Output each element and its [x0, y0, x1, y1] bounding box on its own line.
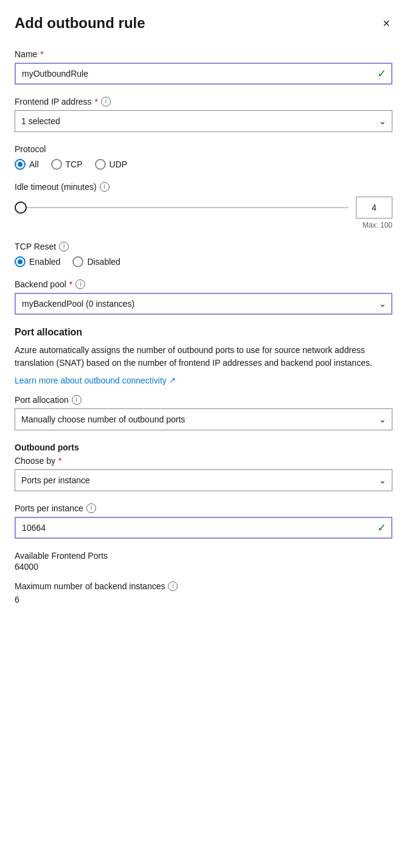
add-outbound-rule-panel: Add outbound rule × Name * ✓ Frontend IP… — [0, 0, 407, 868]
max-backend-instances-info-icon[interactable]: i — [168, 581, 178, 591]
ports-per-instance-input[interactable] — [15, 517, 392, 539]
name-required-star: * — [40, 49, 43, 59]
protocol-udp-radio[interactable] — [95, 159, 106, 170]
frontend-ip-section: Frontend IP address * i 1 selected ⌄ — [15, 97, 392, 132]
idle-timeout-slider-track[interactable] — [27, 207, 349, 208]
idle-timeout-slider-section: 4 Max: 100 — [15, 197, 392, 229]
protocol-tcp-radio[interactable] — [51, 159, 62, 170]
protocol-tcp-label: TCP — [66, 159, 83, 169]
frontend-ip-label: Frontend IP address * i — [15, 97, 392, 107]
external-link-icon: ↗ — [169, 376, 176, 385]
backend-pool-dropdown-wrapper: myBackendPool (0 instances) ⌄ — [15, 293, 392, 315]
backend-pool-required-star: * — [69, 279, 72, 289]
protocol-section: Protocol All TCP UDP — [15, 144, 392, 170]
port-allocation-dropdown[interactable]: Manually choose number of outbound ports — [15, 408, 392, 430]
name-input-wrapper: ✓ — [15, 63, 392, 85]
name-check-icon: ✓ — [377, 67, 386, 80]
tcp-reset-enabled-label: Enabled — [29, 257, 60, 267]
ports-per-instance-info-icon[interactable]: i — [86, 503, 96, 513]
ports-per-instance-check-icon: ✓ — [377, 521, 386, 534]
tcp-reset-info-icon[interactable]: i — [59, 242, 69, 251]
port-allocation-dropdown-section: Port allocation i Manually choose number… — [15, 395, 392, 430]
panel-title: Add outbound rule — [15, 15, 145, 32]
max-backend-instances-value: 6 — [15, 595, 392, 604]
outbound-ports-title: Outbound ports — [15, 443, 392, 452]
choose-by-dropdown[interactable]: Ports per instance — [15, 469, 392, 491]
name-input[interactable] — [15, 63, 392, 85]
choose-by-section: Choose by * Ports per instance ⌄ — [15, 456, 392, 491]
close-button[interactable]: × — [380, 15, 392, 32]
name-label: Name * — [15, 49, 392, 59]
frontend-ip-info-icon[interactable]: i — [101, 97, 111, 107]
available-frontend-ports-value: 64000 — [15, 562, 392, 572]
protocol-udp-label: UDP — [110, 159, 128, 169]
choose-by-dropdown-wrapper: Ports per instance ⌄ — [15, 469, 392, 491]
ports-per-instance-input-wrapper: ✓ — [15, 517, 392, 539]
protocol-all-option[interactable]: All — [15, 159, 39, 170]
protocol-radio-group: All TCP UDP — [15, 159, 392, 170]
tcp-reset-enabled-option[interactable]: Enabled — [15, 256, 60, 267]
idle-timeout-slider-row: 4 — [15, 197, 392, 219]
port-allocation-dropdown-wrapper: Manually choose number of outbound ports… — [15, 408, 392, 430]
port-allocation-label: Port allocation i — [15, 395, 392, 405]
ports-per-instance-section: Ports per instance i ✓ — [15, 503, 392, 539]
protocol-all-radio[interactable] — [15, 159, 26, 170]
tcp-reset-disabled-radio[interactable] — [72, 256, 83, 267]
frontend-ip-required-star: * — [95, 97, 98, 107]
frontend-ip-dropdown[interactable]: 1 selected — [15, 110, 392, 132]
max-backend-instances-row: Maximum number of backend instances i 6 — [15, 581, 392, 604]
idle-timeout-section: Idle timeout (minutes) i 4 Max: 100 — [15, 182, 392, 229]
port-allocation-title: Port allocation — [15, 327, 392, 338]
tcp-reset-disabled-label: Disabled — [87, 257, 120, 267]
frontend-ip-dropdown-wrapper: 1 selected ⌄ — [15, 110, 392, 132]
available-frontend-ports-label: Available Frontend Ports — [15, 551, 392, 561]
idle-timeout-slider-container — [15, 201, 349, 214]
learn-more-link[interactable]: Learn more about outbound connectivity ↗ — [15, 376, 176, 385]
backend-pool-label: Backend pool * i — [15, 279, 392, 289]
max-backend-instances-label: Maximum number of backend instances i — [15, 581, 392, 591]
protocol-udp-option[interactable]: UDP — [95, 159, 128, 170]
tcp-reset-section: TCP Reset i Enabled Disabled — [15, 242, 392, 267]
available-frontend-ports-row: Available Frontend Ports 64000 — [15, 551, 392, 572]
tcp-reset-disabled-option[interactable]: Disabled — [72, 256, 120, 267]
idle-timeout-slider-thumb[interactable] — [15, 201, 27, 214]
tcp-reset-radio-group: Enabled Disabled — [15, 256, 392, 267]
idle-timeout-max-text: Max: 100 — [15, 221, 392, 229]
port-allocation-description: Azure automatically assigns the number o… — [15, 344, 392, 369]
choose-by-label: Choose by * — [15, 456, 392, 466]
port-allocation-info-icon[interactable]: i — [72, 395, 82, 405]
panel-header: Add outbound rule × — [15, 15, 392, 32]
tcp-reset-enabled-radio[interactable] — [15, 256, 26, 267]
backend-pool-dropdown[interactable]: myBackendPool (0 instances) — [15, 293, 392, 315]
backend-pool-info-icon[interactable]: i — [75, 279, 85, 289]
choose-by-required-star: * — [58, 456, 61, 466]
idle-timeout-info-icon[interactable]: i — [100, 182, 110, 192]
name-section: Name * ✓ — [15, 49, 392, 85]
tcp-reset-label: TCP Reset i — [15, 242, 392, 251]
learn-more-text: Learn more about outbound connectivity — [15, 376, 167, 385]
idle-timeout-value-box[interactable]: 4 — [356, 197, 392, 219]
outbound-ports-section: Outbound ports Choose by * Ports per ins… — [15, 443, 392, 604]
port-allocation-section: Port allocation Azure automatically assi… — [15, 327, 392, 604]
backend-pool-section: Backend pool * i myBackendPool (0 instan… — [15, 279, 392, 315]
ports-per-instance-label: Ports per instance i — [15, 503, 392, 513]
idle-timeout-label: Idle timeout (minutes) i — [15, 182, 392, 192]
protocol-all-label: All — [29, 159, 39, 169]
protocol-label: Protocol — [15, 144, 392, 154]
protocol-tcp-option[interactable]: TCP — [51, 159, 83, 170]
